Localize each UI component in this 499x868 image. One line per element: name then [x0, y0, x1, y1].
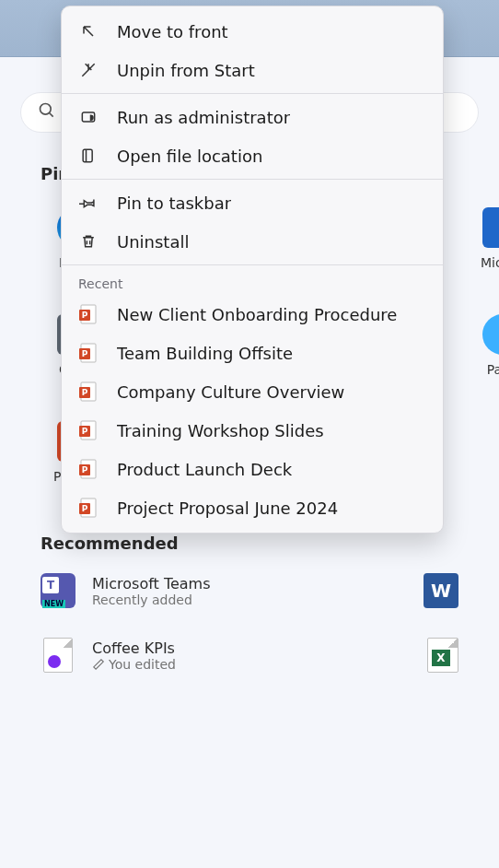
svg-text:P: P: [82, 388, 88, 397]
divider: [62, 93, 443, 94]
recommended-item[interactable]: T NEW Microsoft Teams Recently added W: [41, 573, 458, 608]
ctx-open-file-location[interactable]: Open file location: [62, 136, 443, 175]
powerpoint-file-icon: P: [78, 304, 99, 324]
ctx-recent-item[interactable]: P New Client Onboarding Procedure: [62, 295, 443, 334]
ctx-pin-to-taskbar[interactable]: Pin to taskbar: [62, 183, 443, 222]
ctx-unpin-from-start[interactable]: Unpin from Start: [62, 51, 443, 89]
ctx-recent-item[interactable]: P Team Building Offsite: [62, 334, 443, 372]
ctx-recent-item[interactable]: P Product Launch Deck: [62, 450, 443, 488]
powerpoint-file-icon: P: [78, 343, 99, 363]
document-icon: [41, 638, 75, 673]
svg-text:P: P: [82, 349, 88, 358]
paint-icon: [482, 314, 499, 355]
powerpoint-file-icon: P: [78, 498, 99, 518]
ctx-label: Pin to taskbar: [117, 194, 231, 213]
teams-icon: T NEW: [41, 573, 75, 608]
unpin-icon: [78, 60, 99, 80]
ctx-label: Project Proposal June 2024: [117, 499, 338, 518]
divider: [62, 179, 443, 180]
powerpoint-file-icon: P: [78, 381, 99, 402]
ctx-label: New Client Onboarding Procedure: [117, 305, 397, 324]
ctx-label: Company Culture Overview: [117, 382, 344, 402]
ctx-label: Open file location: [117, 147, 262, 166]
pinned-app-paint[interactable]: Paint: [460, 314, 499, 377]
excel-icon[interactable]: X: [427, 638, 458, 673]
pinned-app-store[interactable]: Microsoft Store: [460, 207, 499, 270]
recommended-item[interactable]: Coffee KPIs You edited X: [41, 638, 458, 673]
ctx-label: Run as administrator: [117, 108, 290, 127]
ctx-recent-item[interactable]: P Company Culture Overview: [62, 372, 443, 411]
ctx-label: Team Building Offsite: [117, 344, 293, 363]
recommended-list: T NEW Microsoft Teams Recently added W C…: [0, 560, 499, 673]
edit-icon: [92, 658, 105, 671]
svg-rect-3: [83, 149, 92, 161]
powerpoint-file-icon: P: [78, 420, 99, 440]
ctx-label: Uninstall: [117, 232, 189, 252]
recommended-subtitle: Recently added: [92, 592, 211, 607]
folder-open-icon: [78, 146, 99, 166]
recommended-title: Coffee KPIs: [92, 639, 176, 657]
trash-icon: [78, 231, 99, 252]
shield-icon: [78, 107, 99, 127]
context-menu: Move to front Unpin from Start Run as ad…: [61, 6, 444, 534]
recommended-title: Microsoft Teams: [92, 575, 211, 592]
ctx-label: Product Launch Deck: [117, 460, 292, 479]
divider: [62, 264, 443, 265]
ctx-label: Training Workshop Slides: [117, 421, 324, 440]
svg-text:P: P: [82, 427, 88, 436]
recommended-subtitle: You edited: [92, 657, 176, 672]
svg-text:P: P: [82, 311, 88, 320]
svg-text:P: P: [82, 504, 88, 513]
ctx-label: Unpin from Start: [117, 61, 255, 80]
ctx-recent-item[interactable]: P Training Workshop Slides: [62, 411, 443, 450]
svg-line-1: [50, 113, 53, 117]
pinned-label: Paint: [484, 362, 499, 377]
ctx-label: Move to front: [117, 22, 228, 41]
search-icon: [38, 101, 56, 123]
pinned-label: Microsoft Store: [481, 255, 499, 270]
store-icon: [482, 207, 499, 248]
word-icon[interactable]: W: [424, 573, 458, 608]
ctx-run-as-admin[interactable]: Run as administrator: [62, 98, 443, 136]
powerpoint-file-icon: P: [78, 459, 99, 479]
svg-text:P: P: [82, 465, 88, 475]
ctx-recent-item[interactable]: P Project Proposal June 2024: [62, 488, 443, 527]
arrow-upleft-icon: [78, 21, 99, 41]
ctx-recent-header: Recent: [62, 269, 443, 295]
svg-point-0: [41, 104, 52, 115]
pin-icon: [78, 193, 99, 213]
ctx-move-to-front[interactable]: Move to front: [62, 12, 443, 51]
ctx-uninstall[interactable]: Uninstall: [62, 222, 443, 261]
